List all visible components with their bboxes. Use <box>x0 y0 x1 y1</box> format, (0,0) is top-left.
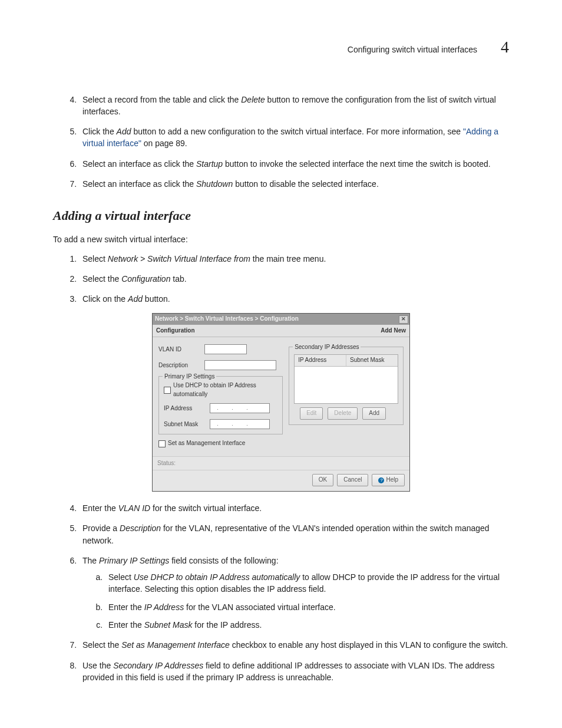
cstep-6: The Primary IP Settings field consists o… <box>79 555 509 631</box>
set-mgmt-checkbox[interactable] <box>158 440 166 447</box>
cstep-8: Use the Secondary IP Addresses field to … <box>79 660 509 684</box>
cstep-4: Enter the VLAN ID for the switch virtual… <box>79 502 509 514</box>
secondary-ip-table[interactable]: IP Address Subnet Mask <box>294 354 398 404</box>
use-dhcp-label: Use DHCP to obtain IP Address automatica… <box>173 381 277 398</box>
edit-button[interactable]: Edit <box>300 407 323 420</box>
use-dhcp-checkbox[interactable] <box>164 387 171 394</box>
substep-6a: Select Use DHCP to obtain IP Address aut… <box>105 571 509 595</box>
ip-address-input[interactable]: ... <box>210 403 270 413</box>
description-input[interactable] <box>204 360 276 370</box>
help-icon: ? <box>378 477 384 483</box>
close-icon[interactable]: ✕ <box>399 315 408 324</box>
set-mgmt-label: Set as Management Interface <box>168 439 245 448</box>
steps-list-adding: Select Network > Switch Virtual Interfac… <box>65 253 509 305</box>
help-button[interactable]: ?Help <box>372 474 405 486</box>
chapter-number: 4 <box>501 35 509 60</box>
substep-6c: Enter the Subnet Mask for the IP address… <box>105 619 509 631</box>
astep-2: Select the Configuration tab. <box>79 273 509 285</box>
col-ip-header: IP Address <box>295 355 346 366</box>
cstep-5: Provide a Description for the VLAN, repr… <box>79 522 509 546</box>
ok-button[interactable]: OK <box>312 474 333 486</box>
cancel-button[interactable]: Cancel <box>337 474 368 486</box>
astep-3: Click on the Add button. <box>79 293 509 305</box>
substeps-6: Select Use DHCP to obtain IP Address aut… <box>93 571 509 631</box>
steps-list-after-dialog: Enter the VLAN ID for the switch virtual… <box>65 502 509 683</box>
subnet-mask-input[interactable]: ... <box>210 419 270 429</box>
step-5: Click the Add button to add a new config… <box>79 126 509 150</box>
substep-6b: Enter the IP Address for the VLAN associ… <box>105 601 509 613</box>
dialog-tab: Configuration <box>156 327 195 335</box>
astep-1: Select Network > Switch Virtual Interfac… <box>79 253 509 265</box>
col-mask-header: Subnet Mask <box>346 355 398 366</box>
section-intro: To add a new switch virtual interface: <box>53 233 509 245</box>
config-dialog-figure: Network > Switch Virtual Interfaces > Co… <box>152 313 410 492</box>
dialog-titlebar: Network > Switch Virtual Interfaces > Co… <box>153 314 409 325</box>
primary-ip-fieldset: Primary IP Settings Use DHCP to obtain I… <box>158 376 283 434</box>
step-6: Select an interface as click the Startup… <box>79 158 509 170</box>
step-4: Select a record from the table and click… <box>79 94 509 118</box>
description-label: Description <box>158 361 200 370</box>
header-title: Configuring switch virtual interfaces <box>348 44 477 55</box>
subnet-mask-label: Subnet Mask <box>164 420 205 429</box>
ip-address-label: IP Address <box>164 404 205 413</box>
add-button[interactable]: Add <box>362 407 386 420</box>
vlan-id-label: VLAN ID <box>158 345 200 354</box>
delete-button[interactable]: Delete <box>328 407 358 420</box>
page-header: Configuring switch virtual interfaces 4 <box>53 35 509 60</box>
secondary-ip-fieldset: Secondary IP Addresses IP Address Subnet… <box>289 347 404 425</box>
section-heading: Adding a virtual interface <box>53 206 509 225</box>
step-7: Select an interface as click the Shutdow… <box>79 178 509 190</box>
steps-list-top: Select a record from the table and click… <box>65 94 509 190</box>
status-bar: Status: <box>153 456 409 470</box>
dialog-breadcrumb: Network > Switch Virtual Interfaces > Co… <box>155 315 299 324</box>
dialog-mode: Add New <box>381 327 406 335</box>
cstep-7: Select the Set as Management Interface c… <box>79 639 509 651</box>
vlan-id-input[interactable] <box>204 344 247 354</box>
